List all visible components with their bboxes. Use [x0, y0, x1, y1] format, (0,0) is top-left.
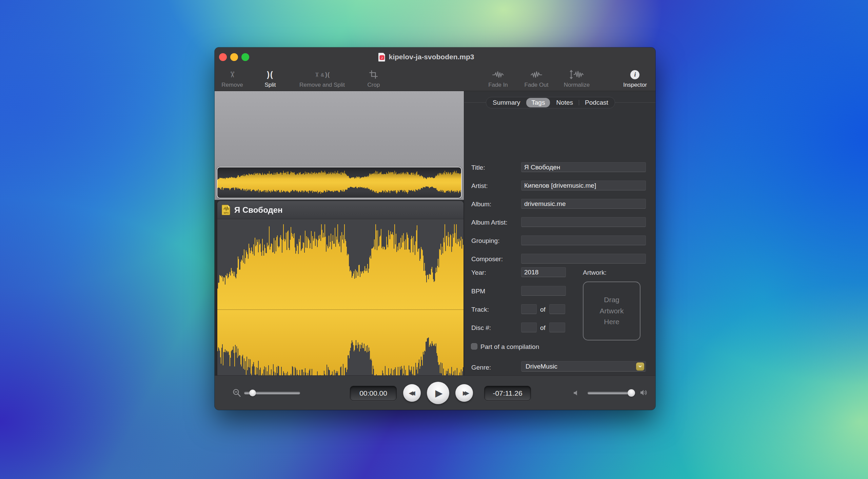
inspector-panel: Summary Tags Notes Podcast Title: Artist…: [464, 91, 655, 375]
scissors-split-icon: ✂&)(: [299, 68, 345, 81]
audio-clip: MP3 Я Свободен: [217, 201, 464, 400]
close-button[interactable]: [219, 53, 227, 61]
volume-low-icon[interactable]: [573, 390, 579, 396]
svg-text:MP3: MP3: [224, 212, 229, 214]
desktop: ♪ kipelov-ja-svoboden.mp3 ✂ Remove )( Sp…: [0, 0, 868, 479]
compilation-label: Part of a compilation: [480, 343, 539, 351]
composer-label: Composer:: [471, 255, 503, 263]
grouping-label: Grouping:: [471, 237, 499, 245]
toolbar-remove-and-split-button[interactable]: ✂&)( Remove and Split: [299, 68, 345, 88]
app-window: ♪ kipelov-ja-svoboden.mp3 ✂ Remove )( Sp…: [215, 47, 655, 410]
zoom-button[interactable]: [241, 53, 249, 61]
forward-button[interactable]: ▶▶: [455, 384, 473, 402]
fade-out-icon: [525, 68, 549, 81]
toolbar-fade-in-button[interactable]: Fade In: [488, 68, 508, 88]
artist-input[interactable]: [521, 181, 646, 190]
volume-high-icon[interactable]: [640, 389, 648, 396]
album-artist-input[interactable]: [521, 217, 646, 227]
title-label: Title:: [471, 164, 485, 171]
compilation-checkbox[interactable]: [471, 343, 477, 350]
tab-podcast[interactable]: Podcast: [579, 98, 614, 107]
info-icon: i: [623, 68, 647, 81]
artwork-label: Artwork:: [583, 269, 607, 276]
disc-total-input[interactable]: [549, 322, 565, 332]
album-input[interactable]: [521, 199, 646, 209]
tab-summary[interactable]: Summary: [487, 98, 526, 107]
play-button[interactable]: ▶: [427, 382, 449, 404]
toolbar-fade-out-button[interactable]: Fade Out: [525, 68, 549, 88]
svg-text:♪: ♪: [381, 55, 383, 60]
genre-popup[interactable]: DriveMusic ⌄: [521, 361, 646, 372]
remaining-time-display: -07:11.26: [484, 386, 531, 401]
window-title: kipelov-ja-svoboden.mp3: [389, 53, 474, 61]
track-total-input[interactable]: [549, 304, 565, 314]
waveform-overview-canvas[interactable]: [217, 167, 461, 198]
disc-label: Disc #:: [471, 324, 491, 332]
waveform-view[interactable]: [217, 219, 464, 400]
volume-slider-knob[interactable]: [628, 389, 635, 397]
toolbar-crop-button[interactable]: Crop: [368, 68, 380, 88]
toolbar-remove-button[interactable]: ✂ Remove: [221, 68, 243, 88]
rewind-button[interactable]: ◀◀: [403, 384, 421, 402]
transport-bar: 00:00.00 ◀◀ ▶ ▶▶ -07:11.26: [215, 375, 655, 410]
audio-file-icon: ♪: [378, 53, 386, 62]
toolbar-normalize-button[interactable]: Normalize: [564, 68, 590, 88]
bpm-input[interactable]: [521, 286, 566, 296]
track-label: Track:: [471, 306, 489, 313]
elapsed-time-display: 00:00.00: [350, 386, 397, 401]
genre-value: DriveMusic: [526, 363, 557, 370]
volume-slider-track[interactable]: [588, 392, 634, 394]
titlebar[interactable]: ♪ kipelov-ja-svoboden.mp3: [215, 47, 655, 66]
mp3-file-icon: MP3: [222, 205, 231, 215]
waveform-canvas[interactable]: [217, 219, 463, 400]
chevron-down-icon: ⌄: [636, 362, 644, 371]
track-number-input[interactable]: [521, 304, 537, 314]
artwork-dropzone[interactable]: Drag Artwork Here: [583, 282, 640, 340]
inspector-tabbar: Summary Tags Notes Podcast: [486, 97, 615, 108]
genre-label: Genre:: [471, 364, 491, 371]
year-label: Year:: [471, 269, 486, 276]
tab-tags[interactable]: Tags: [526, 98, 550, 107]
disc-of-label: of: [540, 324, 546, 332]
fade-in-icon: [488, 68, 508, 81]
toolbar: ✂ Remove )( Split ✂&)( Remove and Split …: [215, 66, 655, 91]
year-input[interactable]: [521, 267, 566, 277]
toolbar-split-button[interactable]: )( Split: [264, 68, 276, 88]
toolbar-inspector-button[interactable]: i Inspector: [623, 68, 647, 88]
title-input[interactable]: [521, 162, 646, 172]
grouping-input[interactable]: [521, 235, 646, 245]
split-icon: )(: [264, 68, 276, 81]
zoom-slider-knob[interactable]: [249, 390, 256, 396]
waveform-pane: MP3 Я Свободен 00:0001:0002:0003:0004:00…: [215, 91, 464, 375]
clip-title: Я Свободен: [234, 205, 283, 215]
album-label: Album:: [471, 201, 491, 208]
composer-input[interactable]: [521, 254, 646, 264]
artist-label: Artist:: [471, 182, 488, 190]
normalize-icon: [564, 68, 590, 81]
clip-header[interactable]: MP3 Я Свободен: [217, 201, 463, 219]
minimize-button[interactable]: [230, 53, 238, 61]
album-artist-label: Album Artist:: [471, 219, 508, 226]
crop-icon: [368, 68, 380, 81]
waveform-overview[interactable]: [217, 167, 462, 199]
scissors-icon: ✂: [221, 68, 243, 81]
disc-number-input[interactable]: [521, 322, 537, 332]
zoom-out-icon[interactable]: [232, 389, 242, 398]
track-of-label: of: [540, 306, 546, 313]
tab-notes[interactable]: Notes: [550, 98, 579, 107]
bpm-label: BPM: [471, 288, 485, 295]
